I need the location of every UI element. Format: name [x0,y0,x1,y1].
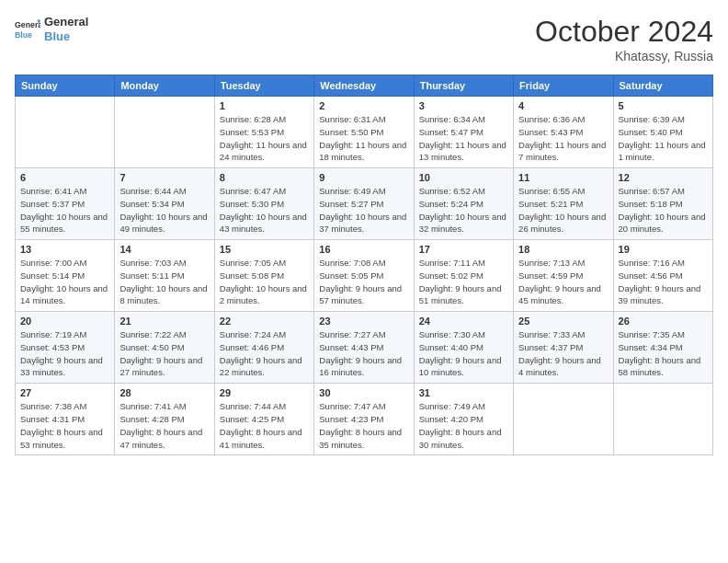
month-title: October 2024 [535,15,713,49]
calendar-cell: 24Sunrise: 7:30 AM Sunset: 4:40 PM Dayli… [414,312,513,384]
day-number: 24 [419,316,508,327]
day-info: Sunrise: 6:44 AM Sunset: 5:34 PM Dayligh… [119,185,209,236]
calendar-cell: 13Sunrise: 7:00 AM Sunset: 5:14 PM Dayli… [16,240,115,312]
day-info: Sunrise: 7:47 AM Sunset: 4:23 PM Dayligh… [319,400,408,451]
weekday-header: Sunday [16,75,115,97]
calendar-week-row: 20Sunrise: 7:19 AM Sunset: 4:53 PM Dayli… [16,312,713,384]
calendar-week-row: 1Sunrise: 6:28 AM Sunset: 5:53 PM Daylig… [16,97,713,168]
day-number: 20 [20,316,109,327]
day-info: Sunrise: 6:49 AM Sunset: 5:27 PM Dayligh… [319,185,408,236]
calendar-cell: 29Sunrise: 7:44 AM Sunset: 4:25 PM Dayli… [214,384,313,455]
day-number: 31 [419,387,508,398]
day-number: 1 [220,100,309,111]
weekday-header: Friday [514,75,613,97]
day-info: Sunrise: 6:31 AM Sunset: 5:50 PM Dayligh… [319,113,408,164]
day-info: Sunrise: 6:55 AM Sunset: 5:21 PM Dayligh… [518,185,608,236]
location-subtitle: Khatassy, Russia [535,49,713,63]
calendar-week-row: 6Sunrise: 6:41 AM Sunset: 5:37 PM Daylig… [16,168,713,240]
calendar-cell: 30Sunrise: 7:47 AM Sunset: 4:23 PM Dayli… [314,384,414,455]
calendar-cell: 4Sunrise: 6:36 AM Sunset: 5:43 PM Daylig… [514,97,613,168]
calendar-cell: 27Sunrise: 7:38 AM Sunset: 4:31 PM Dayli… [16,384,115,455]
day-info: Sunrise: 7:24 AM Sunset: 4:46 PM Dayligh… [220,328,309,379]
day-number: 27 [20,387,109,398]
day-number: 11 [518,172,608,183]
day-number: 8 [220,172,309,183]
day-number: 21 [119,316,209,327]
svg-text:General: General [15,20,40,29]
day-info: Sunrise: 7:33 AM Sunset: 4:37 PM Dayligh… [518,328,608,379]
calendar-cell: 9Sunrise: 6:49 AM Sunset: 5:27 PM Daylig… [314,168,414,240]
day-number: 15 [220,244,309,255]
day-number: 12 [619,172,708,183]
day-number: 18 [518,244,608,255]
day-number: 6 [20,172,109,183]
logo-line1: General [44,15,88,29]
day-info: Sunrise: 6:52 AM Sunset: 5:24 PM Dayligh… [419,185,508,236]
calendar-week-row: 27Sunrise: 7:38 AM Sunset: 4:31 PM Dayli… [16,384,713,455]
day-info: Sunrise: 6:34 AM Sunset: 5:47 PM Dayligh… [419,113,508,164]
day-info: Sunrise: 7:35 AM Sunset: 4:34 PM Dayligh… [619,328,708,379]
day-info: Sunrise: 7:22 AM Sunset: 4:50 PM Dayligh… [119,328,209,379]
calendar-cell: 23Sunrise: 7:27 AM Sunset: 4:43 PM Dayli… [314,312,414,384]
calendar-cell: 3Sunrise: 6:34 AM Sunset: 5:47 PM Daylig… [414,97,513,168]
calendar-cell: 10Sunrise: 6:52 AM Sunset: 5:24 PM Dayli… [414,168,513,240]
day-info: Sunrise: 7:30 AM Sunset: 4:40 PM Dayligh… [419,328,508,379]
day-info: Sunrise: 7:38 AM Sunset: 4:31 PM Dayligh… [20,400,109,451]
day-info: Sunrise: 6:41 AM Sunset: 5:37 PM Dayligh… [20,185,109,236]
day-number: 23 [319,316,408,327]
day-number: 10 [419,172,508,183]
day-number: 16 [319,244,408,255]
day-number: 26 [619,316,708,327]
calendar-cell: 21Sunrise: 7:22 AM Sunset: 4:50 PM Dayli… [115,312,214,384]
calendar-cell [16,97,115,168]
day-info: Sunrise: 7:16 AM Sunset: 4:56 PM Dayligh… [619,257,708,307]
day-number: 14 [119,244,209,255]
day-info: Sunrise: 7:41 AM Sunset: 4:28 PM Dayligh… [119,400,209,451]
day-info: Sunrise: 7:13 AM Sunset: 4:59 PM Dayligh… [518,257,608,307]
day-info: Sunrise: 7:44 AM Sunset: 4:25 PM Dayligh… [220,400,309,451]
day-number: 29 [220,387,309,398]
logo-line2: Blue [44,29,88,44]
calendar-cell: 19Sunrise: 7:16 AM Sunset: 4:56 PM Dayli… [613,240,712,312]
weekday-header: Monday [115,75,214,97]
weekday-header: Wednesday [314,75,414,97]
calendar-cell: 7Sunrise: 6:44 AM Sunset: 5:34 PM Daylig… [115,168,214,240]
weekday-header: Thursday [414,75,513,97]
day-info: Sunrise: 6:57 AM Sunset: 5:18 PM Dayligh… [619,185,708,236]
day-number: 19 [619,244,708,255]
day-number: 5 [619,100,708,111]
day-info: Sunrise: 7:00 AM Sunset: 5:14 PM Dayligh… [20,257,109,307]
day-info: Sunrise: 7:27 AM Sunset: 4:43 PM Dayligh… [319,328,408,379]
day-info: Sunrise: 7:11 AM Sunset: 5:02 PM Dayligh… [419,257,508,307]
day-info: Sunrise: 7:03 AM Sunset: 5:11 PM Dayligh… [119,257,209,307]
logo-icon: General Blue [15,17,40,42]
day-number: 4 [518,100,608,111]
day-number: 25 [518,316,608,327]
day-number: 3 [419,100,508,111]
day-number: 28 [119,387,209,398]
calendar-cell: 25Sunrise: 7:33 AM Sunset: 4:37 PM Dayli… [514,312,613,384]
calendar-cell [613,384,712,455]
day-number: 9 [319,172,408,183]
day-info: Sunrise: 6:36 AM Sunset: 5:43 PM Dayligh… [518,113,608,164]
calendar-cell: 14Sunrise: 7:03 AM Sunset: 5:11 PM Dayli… [115,240,214,312]
day-info: Sunrise: 7:19 AM Sunset: 4:53 PM Dayligh… [20,328,109,379]
calendar-cell [514,384,613,455]
calendar-cell: 8Sunrise: 6:47 AM Sunset: 5:30 PM Daylig… [214,168,313,240]
calendar-week-row: 13Sunrise: 7:00 AM Sunset: 5:14 PM Dayli… [16,240,713,312]
day-info: Sunrise: 7:49 AM Sunset: 4:20 PM Dayligh… [419,400,508,451]
page-header: General Blue General Blue October 2024 K… [15,15,713,63]
day-number: 2 [319,100,408,111]
calendar-cell: 11Sunrise: 6:55 AM Sunset: 5:21 PM Dayli… [514,168,613,240]
weekday-header: Tuesday [214,75,313,97]
calendar-cell: 16Sunrise: 7:08 AM Sunset: 5:05 PM Dayli… [314,240,414,312]
day-number: 22 [220,316,309,327]
calendar-cell: 26Sunrise: 7:35 AM Sunset: 4:34 PM Dayli… [613,312,712,384]
calendar-cell: 15Sunrise: 7:05 AM Sunset: 5:08 PM Dayli… [214,240,313,312]
calendar-cell: 1Sunrise: 6:28 AM Sunset: 5:53 PM Daylig… [214,97,313,168]
calendar-cell: 5Sunrise: 6:39 AM Sunset: 5:40 PM Daylig… [613,97,712,168]
day-info: Sunrise: 7:05 AM Sunset: 5:08 PM Dayligh… [220,257,309,307]
day-number: 13 [20,244,109,255]
calendar-cell: 17Sunrise: 7:11 AM Sunset: 5:02 PM Dayli… [414,240,513,312]
calendar-cell: 18Sunrise: 7:13 AM Sunset: 4:59 PM Dayli… [514,240,613,312]
